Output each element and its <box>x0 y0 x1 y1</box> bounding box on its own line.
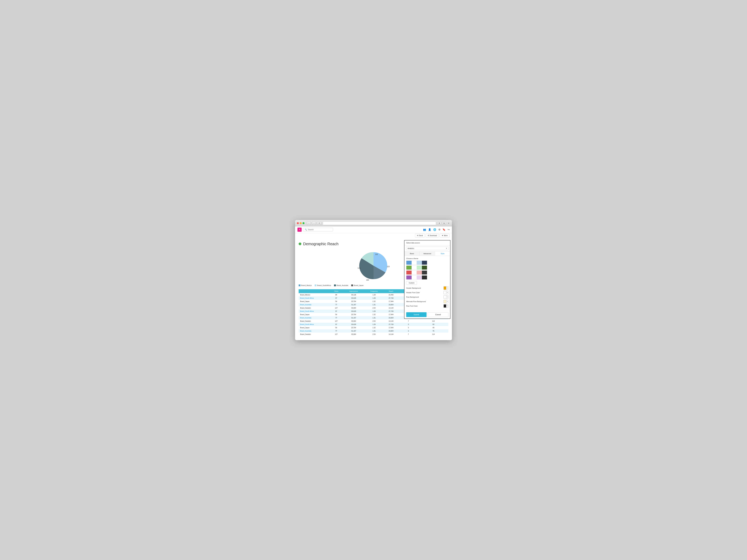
cell-clicks: 127 <box>330 332 343 336</box>
table-row: Brand_Sweden 127 35,964 2.54 14,144 7 11… <box>299 319 448 323</box>
cell-likes: 7 <box>398 319 418 323</box>
search-icon: 🔍 <box>305 229 307 231</box>
theme-row-red[interactable] <box>406 270 427 275</box>
theme-row-green[interactable] <box>406 266 427 270</box>
bookmark-icon[interactable]: 🔖 <box>442 228 445 231</box>
cell-impressions: 35,964 <box>343 306 364 310</box>
browser-window: ‹ › ⊡ ⬆ ⧉ + + 🔍 👥 👤 🌐 ⚙ 🔖 ↪ ✉ Send <box>295 220 452 340</box>
cell-impressions: 35,964 <box>343 319 364 323</box>
send-icon: ✉ <box>417 235 418 237</box>
svg-text:102: 102 <box>375 254 378 255</box>
cell-reach: 17,944 <box>384 326 398 329</box>
theme-section-label: Choose a theme <box>406 258 448 259</box>
legend-item: Brand_Australia <box>334 285 348 286</box>
color-label-header-font: Header Font Color <box>406 292 442 293</box>
panel-footer: Submit Cancel <box>405 311 450 319</box>
url-bar[interactable] <box>323 221 436 225</box>
close-button[interactable] <box>297 222 299 224</box>
forward-button[interactable]: › <box>312 222 316 225</box>
cell-reach: 23,456 <box>384 293 398 296</box>
theme-row-blue[interactable] <box>406 261 427 265</box>
action-bar: ✉ Send ⬇ Download ▼ More <box>295 233 452 239</box>
color-swatch-alt-row-bg <box>444 300 446 303</box>
svg-text:119: 119 <box>358 267 360 269</box>
search-input[interactable] <box>308 229 327 231</box>
globe-icon[interactable]: 🌐 <box>433 228 436 231</box>
svg-text:180: 180 <box>366 279 369 281</box>
cell-reach: 27,720 <box>384 296 398 300</box>
datasource-select[interactable]: Analytics <box>406 246 448 250</box>
color-picker-header-bg[interactable]: ▼ <box>443 287 448 290</box>
cell-name: Brand_Australia <box>299 316 330 319</box>
cell-likes: 3 <box>398 323 418 326</box>
table-row: Brand_South Africa 97 35,629 1.29 27,720… <box>299 323 448 326</box>
theme-swatch <box>406 261 412 265</box>
color-picker-row-bg[interactable]: ▼ <box>443 295 448 299</box>
cell-frequency: 2.54 <box>364 319 384 323</box>
col-header-reach: Reach <box>384 289 398 293</box>
toolbar-icons: 👥 👤 🌐 ⚙ 🔖 ↪ <box>423 228 449 231</box>
color-row-header-bg: Header Background ▼ <box>406 287 448 290</box>
browser-actions: ⬆ ⧉ <box>437 222 446 225</box>
data-source-section: Analytics ▼ <box>405 245 450 251</box>
color-swatch-row-font <box>444 304 446 308</box>
cell-impressions: 35,629 <box>343 296 364 300</box>
user-icon[interactable]: 👤 <box>428 228 431 231</box>
sidebar-toggle-button[interactable]: ⊡ <box>317 222 321 225</box>
new-tab-button[interactable]: + <box>447 222 450 225</box>
minimize-button[interactable] <box>300 222 302 224</box>
back-button[interactable]: ‹ <box>307 222 311 225</box>
pie-chart: 102 223 180 119 <box>353 249 394 282</box>
color-dropdown-arrow-icon: ▼ <box>446 296 448 297</box>
cancel-button[interactable]: Cancel <box>428 312 448 317</box>
cell-impressions: 31,167 <box>343 316 364 319</box>
share-button[interactable]: ⬆ <box>437 222 441 225</box>
color-picker-header-font[interactable]: ▼ <box>443 291 448 294</box>
submit-button[interactable]: Submit <box>406 312 427 317</box>
color-swatch-header-bg <box>444 287 446 290</box>
status-dot <box>299 242 301 245</box>
tab-style[interactable]: Style <box>435 251 450 256</box>
people-icon[interactable]: 👥 <box>423 228 426 231</box>
panel-header: Select data source <box>405 240 450 245</box>
cell-frequency: 1.31 <box>364 316 384 319</box>
legend-item: Brand_SouthAfrica <box>315 285 331 286</box>
cell-impressions: 23,704 <box>343 313 364 316</box>
svg-text:223: 223 <box>387 266 390 267</box>
color-row-header-font: Header Font Color ▼ <box>406 291 448 294</box>
col-header-frequency: Frequency <box>364 289 384 293</box>
custom-button[interactable]: Custom <box>406 281 417 285</box>
duplicate-button[interactable]: ⧉ <box>442 222 446 225</box>
cell-impressions: 23,704 <box>343 326 364 329</box>
send-button[interactable]: ✉ Send <box>415 234 425 237</box>
color-label-row-bg: Row Background <box>406 296 442 298</box>
exit-icon[interactable]: ↪ <box>447 228 449 231</box>
color-label-alt-row-bg: Alternate Row Background <box>406 301 442 302</box>
more-button[interactable]: ▼ More <box>440 234 449 237</box>
cell-reach: 17,944 <box>384 300 398 303</box>
theme-swatch <box>417 266 422 270</box>
tab-basic[interactable]: Basic <box>405 251 420 256</box>
legend-color-japan <box>351 285 353 286</box>
search-box[interactable]: 🔍 <box>303 228 333 232</box>
chart-title: Demographic Reach <box>303 242 338 246</box>
cell-frequency: 2.54 <box>364 332 384 336</box>
settings-icon[interactable]: ⚙ <box>438 228 440 231</box>
color-picker-row-font[interactable]: ▼ <box>443 304 448 308</box>
cell-name: Brand_Japan <box>299 326 330 329</box>
color-picker-alt-row-bg[interactable]: ▼ <box>443 300 448 303</box>
table-row: Brand_Japan 54 23,704 1.32 17,944 3 49 <box>299 326 448 329</box>
cell-impressions: 35,629 <box>343 310 364 313</box>
add-button[interactable]: + <box>298 228 302 232</box>
cell-name: Brand_Mexico <box>299 293 330 296</box>
color-swatch-row-bg <box>444 296 446 298</box>
maximize-button[interactable] <box>303 222 305 224</box>
legend-label-mexico: Brand_Mexico <box>301 285 312 286</box>
theme-swatch <box>406 266 412 270</box>
theme-row-purple[interactable] <box>406 275 427 279</box>
cell-reach: 17,944 <box>384 313 398 316</box>
cell-reach: 27,720 <box>384 323 398 326</box>
cell-likes: 7 <box>398 332 418 336</box>
download-button[interactable]: ⬇ Download <box>426 234 439 237</box>
tab-advanced[interactable]: Advanced <box>420 251 435 256</box>
